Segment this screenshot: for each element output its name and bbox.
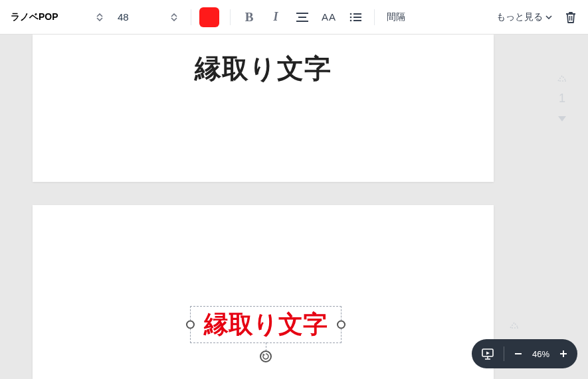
more-label-text: もっと見る bbox=[496, 11, 543, 23]
resize-handle-right[interactable] bbox=[337, 321, 345, 329]
divider bbox=[504, 346, 504, 361]
canvas-area[interactable]: 縁取り文字 縁取り文字 1 2 bbox=[0, 35, 588, 379]
zoom-out-button[interactable] bbox=[514, 349, 523, 358]
list-button[interactable] bbox=[343, 5, 367, 29]
rotate-handle[interactable] bbox=[260, 350, 272, 362]
font-size-select[interactable]: 48 bbox=[111, 5, 184, 29]
text-element[interactable]: 縁取り文字 bbox=[33, 50, 494, 87]
rotate-icon bbox=[262, 353, 269, 360]
bold-button[interactable]: B bbox=[237, 5, 261, 29]
page-1-side-controls: 1 bbox=[556, 74, 568, 123]
page-2[interactable]: 縁取り文字 bbox=[33, 205, 494, 379]
divider bbox=[230, 9, 231, 25]
align-button[interactable] bbox=[290, 5, 314, 29]
font-family-select[interactable]: ラノベPOP bbox=[5, 5, 108, 29]
zoom-in-button[interactable] bbox=[559, 349, 568, 358]
chevron-down-icon bbox=[545, 15, 552, 19]
trash-icon bbox=[565, 11, 576, 23]
text-case-button[interactable]: AA bbox=[317, 5, 341, 29]
divider bbox=[374, 9, 375, 25]
more-button[interactable]: もっと見る bbox=[492, 11, 556, 23]
zoom-level[interactable]: 46% bbox=[532, 349, 549, 359]
svg-point-5 bbox=[350, 16, 352, 18]
stepper-icon bbox=[96, 13, 103, 21]
delete-button[interactable] bbox=[559, 5, 583, 29]
font-family-label: ラノベPOP bbox=[11, 11, 58, 23]
resize-handle-left[interactable] bbox=[186, 321, 195, 329]
page-number: 1 bbox=[559, 92, 565, 106]
stepper-icon bbox=[171, 13, 177, 21]
svg-point-7 bbox=[350, 19, 352, 21]
move-down-icon[interactable] bbox=[556, 114, 568, 123]
svg-point-3 bbox=[350, 13, 352, 15]
move-up-icon[interactable] bbox=[508, 321, 520, 331]
zoom-control: 46% bbox=[472, 339, 577, 368]
page-1[interactable]: 縁取り文字 bbox=[33, 35, 494, 182]
spacing-button[interactable]: 間隔 bbox=[381, 11, 411, 23]
list-icon bbox=[349, 13, 361, 22]
font-size-value: 48 bbox=[118, 11, 129, 23]
toolbar: ラノベPOP 48 B I AA 間隔 もっと見る bbox=[0, 0, 588, 35]
align-center-icon bbox=[296, 13, 308, 22]
selected-text-box[interactable]: 縁取り文字 bbox=[190, 306, 342, 343]
selected-text-content[interactable]: 縁取り文字 bbox=[204, 308, 328, 341]
move-up-icon[interactable] bbox=[556, 74, 568, 84]
divider bbox=[191, 9, 191, 25]
italic-button[interactable]: I bbox=[264, 5, 288, 29]
presentation-icon[interactable] bbox=[481, 348, 494, 360]
text-color-swatch[interactable] bbox=[199, 7, 219, 27]
